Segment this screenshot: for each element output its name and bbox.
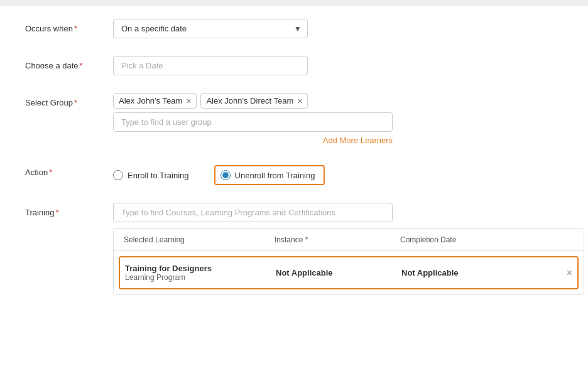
training-content: Selected Learning Instance * Completion … [113,203,584,295]
training-table: Selected Learning Instance * Completion … [113,229,584,295]
occurs-when-label: Occurs when* [25,19,113,33]
date-input[interactable] [113,56,308,75]
tag-alex-johns-team: Alex John's Team × [113,93,197,109]
tag-label: Alex John's Direct Team [206,96,293,105]
tag-close-alex-johns-direct-team[interactable]: × [297,97,302,105]
occurs-when-select[interactable]: On a specific date On a recurring schedu… [113,19,308,38]
action-content: Enroll to Training Unenroll from Trainin… [113,163,563,185]
table-row-wrapper: Training for Designers Learning Program … [114,251,584,294]
unenroll-option[interactable]: Unenroll from Training [214,165,325,185]
header-completion-date: Completion Date [400,235,574,244]
table-cell-instance: Not Applicable [276,268,401,277]
occurs-when-select-wrapper: On a specific date On a recurring schedu… [113,19,308,38]
learning-name: Training for Designers [125,264,276,273]
training-row: Training* Selected Learning Instance * C… [25,203,563,295]
form-container: Occurs when* On a specific date On a rec… [0,6,588,371]
table-header: Selected Learning Instance * Completion … [114,229,584,251]
choose-date-label: Choose a date* [25,56,113,70]
enroll-option[interactable]: Enroll to Training [113,170,189,180]
select-group-row: Select Group* Alex John's Team × Alex Jo… [25,93,563,145]
tags-container: Alex John's Team × Alex John's Direct Te… [113,93,563,109]
table-row-close[interactable]: × [567,267,572,279]
add-more-learners-link[interactable]: Add More Learners [113,136,393,145]
action-row: Action* Enroll to Training Unenroll from… [25,163,563,185]
unenroll-radio[interactable] [220,170,231,180]
choose-date-row: Choose a date* [25,56,563,75]
tag-close-alex-johns-team[interactable]: × [186,97,191,105]
enroll-radio[interactable] [113,170,123,180]
action-options: Enroll to Training Unenroll from Trainin… [113,163,563,185]
training-search-input[interactable] [113,203,393,222]
table-cell-completion: Not Applicable [401,268,562,277]
learning-type: Learning Program [125,273,276,282]
header-instance: Instance * [275,235,400,244]
tag-alex-johns-direct-team: Alex John's Direct Team × [200,93,308,109]
occurs-when-content: On a specific date On a recurring schedu… [113,19,563,38]
action-label: Action* [25,163,113,177]
group-search-input[interactable] [113,112,393,132]
select-group-content: Alex John's Team × Alex John's Direct Te… [113,93,563,145]
table-row: Training for Designers Learning Program … [119,256,579,289]
tag-label: Alex John's Team [119,96,182,105]
training-label: Training* [25,203,113,217]
choose-date-content [113,56,563,75]
table-cell-learning: Training for Designers Learning Program [125,264,276,282]
header-selected-learning: Selected Learning [124,235,275,244]
unenroll-label: Unenroll from Training [235,171,315,180]
occurs-when-row: Occurs when* On a specific date On a rec… [25,19,563,38]
enroll-label: Enroll to Training [128,171,189,180]
select-group-label: Select Group* [25,93,113,107]
